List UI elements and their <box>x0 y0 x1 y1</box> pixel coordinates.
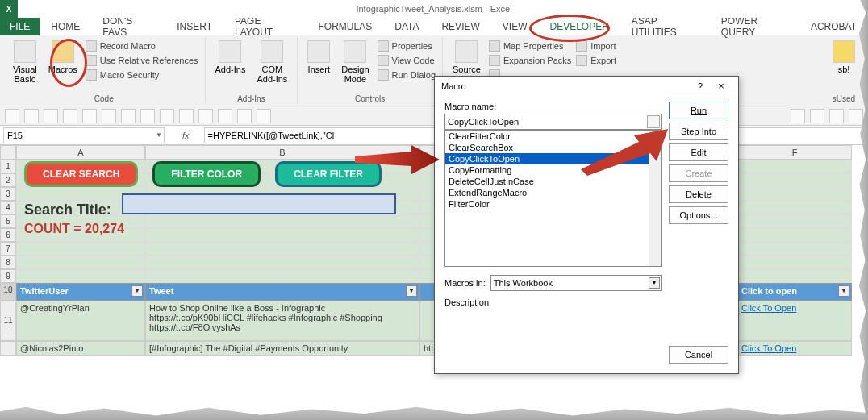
name-box[interactable]: F15▼ <box>3 127 165 143</box>
qat-btn[interactable] <box>63 109 77 123</box>
tab-review[interactable]: REVIEW <box>430 19 490 35</box>
tab-formulas[interactable]: FORMULAS <box>307 19 384 35</box>
qat-btn[interactable] <box>102 109 116 123</box>
tab-developer[interactable]: DEVELOPER <box>538 19 620 35</box>
macro-list-item[interactable]: ClearFilterColor <box>445 131 661 142</box>
macro-security-button[interactable]: Macro Security <box>84 69 200 81</box>
map-properties-button[interactable]: Map Properties <box>487 40 573 52</box>
macro-list-item[interactable]: CopyClickToOpen <box>445 153 661 164</box>
scrollbar[interactable] <box>649 131 661 266</box>
tab-insert[interactable]: INSERT <box>165 19 223 35</box>
export-button[interactable]: Export <box>574 54 618 67</box>
row-header[interactable]: 4 <box>0 201 16 214</box>
insert-control-button[interactable]: Insert <box>303 37 335 77</box>
macro-name-input[interactable]: CopyClickToOpen <box>444 114 662 130</box>
tab-acrobat[interactable]: ACROBAT <box>799 19 868 35</box>
qat-btn[interactable] <box>198 109 213 123</box>
filter-dropdown-icon[interactable]: ▾ <box>406 285 417 297</box>
view-code-button[interactable]: View Code <box>376 54 437 67</box>
qat-btn[interactable] <box>5 109 19 123</box>
qat-btn[interactable] <box>237 109 252 123</box>
row-header[interactable]: 1 <box>0 160 16 173</box>
clear-filter-button[interactable]: CLEAR FILTER <box>275 161 382 187</box>
col-header[interactable]: F <box>737 145 852 160</box>
cancel-button[interactable]: Cancel <box>669 346 728 364</box>
qat-btn[interactable] <box>121 109 136 123</box>
macro-list-item[interactable]: ClearSearchBox <box>445 142 661 153</box>
chevron-down-icon[interactable]: ▾ <box>649 277 660 289</box>
expansion-packs-button[interactable]: Expansion Packs <box>487 54 573 67</box>
delete-button[interactable]: Delete <box>669 185 728 203</box>
macro-list[interactable]: ClearFilterColorClearSearchBoxCopyClickT… <box>444 130 662 267</box>
row-header[interactable]: 2 <box>0 173 16 187</box>
row-header[interactable]: 5 <box>0 214 16 228</box>
qat-btn[interactable] <box>179 109 194 123</box>
addins-button[interactable]: Add-Ins <box>211 37 251 77</box>
col-header[interactable]: A <box>16 145 145 160</box>
qat-btn[interactable] <box>160 109 174 123</box>
relative-ref-button[interactable]: Use Relative References <box>84 54 200 67</box>
step-into-button[interactable]: Step Into <box>669 123 728 140</box>
qat-btn[interactable] <box>257 109 271 123</box>
custom-button[interactable]: sb! <box>828 37 860 77</box>
cell-tweet[interactable]: How to Shop Online like a Boss - Infogra… <box>145 301 419 341</box>
filter-color-button[interactable]: FILTER COLOR <box>152 161 261 187</box>
row-header[interactable]: 3 <box>0 187 16 201</box>
qat-btn[interactable] <box>24 109 39 123</box>
macro-list-item[interactable]: ExtendRangeMacro <box>445 187 661 198</box>
col-header-twitteruser[interactable]: TwitterUser▾ <box>16 283 145 301</box>
macros-in-select[interactable]: This Workbook▾ <box>490 275 662 291</box>
edit-button[interactable]: Edit <box>669 143 728 161</box>
row-header[interactable]: 9 <box>0 269 16 283</box>
tab-file[interactable]: FILE <box>0 18 40 35</box>
cell-link[interactable]: Click To Open <box>737 341 852 356</box>
qat-btn[interactable] <box>82 109 97 123</box>
row-header[interactable] <box>0 341 16 356</box>
dialog-titlebar[interactable]: Macro ? × <box>435 77 738 95</box>
qat-btn[interactable] <box>810 109 824 123</box>
col-header[interactable]: B <box>145 145 419 160</box>
macros-button[interactable]: Macros <box>44 37 82 77</box>
fx-icon[interactable]: fx <box>168 131 204 140</box>
chevron-down-icon[interactable]: ▼ <box>156 131 162 139</box>
row-header[interactable]: 8 <box>0 256 16 269</box>
macro-list-item[interactable]: CopyFormatting <box>445 164 661 176</box>
filter-dropdown-icon[interactable]: ▾ <box>131 285 143 297</box>
qat-btn[interactable] <box>791 109 805 123</box>
qat-btn[interactable] <box>218 109 232 123</box>
com-addins-button[interactable]: COM Add-Ins <box>252 37 292 87</box>
col-header-click[interactable]: Click to open▾ <box>737 283 852 301</box>
range-picker-icon[interactable] <box>647 115 660 128</box>
cell-tweet[interactable]: [#Infographic] The #Digital #Payments Op… <box>145 341 419 356</box>
cell-user[interactable]: @CreatingYrPlan <box>16 301 145 341</box>
tab-data[interactable]: DATA <box>383 19 430 35</box>
source-button[interactable]: Source <box>448 37 486 77</box>
record-macro-button[interactable]: Record Macro <box>84 40 200 52</box>
search-input[interactable] <box>122 193 396 214</box>
qat-btn[interactable] <box>849 109 863 123</box>
options-button[interactable]: Options... <box>669 206 728 224</box>
help-button[interactable]: ? <box>690 81 711 91</box>
clear-search-button[interactable]: CLEAR SEARCH <box>24 161 138 187</box>
qat-btn[interactable] <box>140 109 155 123</box>
col-header-tweet[interactable]: Tweet▾ <box>145 283 419 301</box>
cell-link[interactable]: Click To Open <box>737 301 852 341</box>
macro-list-item[interactable]: FilterColor <box>445 198 661 210</box>
run-dialog-button[interactable]: Run Dialog <box>376 69 437 81</box>
tab-view[interactable]: VIEW <box>491 19 539 35</box>
cell-user[interactable]: @Nicolas2Pinto <box>16 341 145 356</box>
close-button[interactable]: × <box>711 80 732 92</box>
qat-btn[interactable] <box>44 109 58 123</box>
visual-basic-button[interactable]: Visual Basic <box>8 37 42 87</box>
filter-dropdown-icon[interactable]: ▾ <box>838 285 849 297</box>
row-header[interactable]: 10 <box>0 283 16 301</box>
macro-list-item[interactable]: DeleteCellJustInCase <box>445 176 661 187</box>
tab-home[interactable]: HOME <box>40 19 91 35</box>
row-header[interactable]: 7 <box>0 242 16 256</box>
row-header[interactable]: 11 <box>0 301 16 341</box>
design-mode-button[interactable]: Design Mode <box>336 37 373 87</box>
qat-btn[interactable] <box>829 109 844 123</box>
select-all-cell[interactable] <box>0 145 16 160</box>
import-button[interactable]: Import <box>574 40 618 52</box>
properties-button[interactable]: Properties <box>376 40 437 52</box>
